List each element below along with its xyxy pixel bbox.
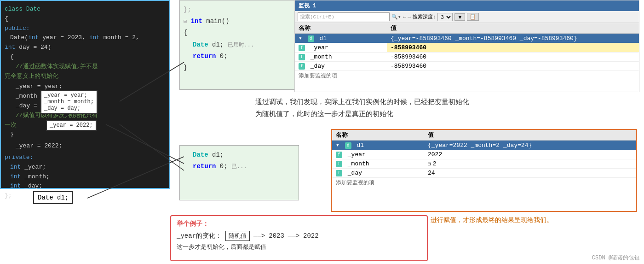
annotation-box-1: _year = year; _month = month; _day = day… <box>40 90 98 114</box>
watch2-row-d1[interactable]: ▾ d d1 {_year=2022 _month=2 _day=24} <box>332 141 636 150</box>
watch-cell-name-day: f _day <box>295 62 387 71</box>
random-badge: 随机值 <box>225 231 250 241</box>
watch-table-2: 名称 值 ▾ d d1 {_year=2022 _month=2 _day=24… <box>332 130 636 178</box>
filter-btn-1[interactable]: ▼ <box>454 13 465 21</box>
watch-cell-value-day: -858993460 <box>387 62 639 71</box>
watch2-cell-value-day: 24 <box>424 169 636 178</box>
watch2-cell-name-month: f _month <box>332 159 424 169</box>
watch-cell-name-d1: ▾ d d1 <box>295 34 387 43</box>
col-name-1: 名称 <box>295 23 387 34</box>
watch2-cell-name-d1: ▾ d d1 <box>332 141 424 150</box>
watch-row-month[interactable]: f _month -858993460 <box>295 53 639 62</box>
add-watch-1[interactable]: 添加要监视的项 <box>295 71 639 81</box>
add-watch-2[interactable]: 添加要监视的项 <box>332 178 636 188</box>
example-year-change: _year的变化： 随机值 ——> 2023 ——> 2022 <box>177 231 421 241</box>
watch-table-1: 名称 值 ▾ d d1 {_year=-858993460 _month=-85… <box>295 23 639 71</box>
watch2-row-day[interactable]: f _day 24 <box>332 169 636 178</box>
watch-cell-value-year: -858993460 <box>387 43 639 53</box>
watch-row-day[interactable]: f _day -858993460 <box>295 62 639 71</box>
col-value-2: 值 <box>424 130 636 141</box>
watch-search-box-1[interactable]: 搜索(Ctrl+E) <box>298 12 390 21</box>
watch2-row-year[interactable]: f _year 2022 <box>332 150 636 159</box>
example-subtitle: 这一步才是初始化，后面都是赋值 <box>177 243 421 251</box>
watch2-row-month[interactable]: f _month ⊟2 <box>332 159 636 169</box>
example-title: 举个例子： <box>177 220 421 228</box>
watermark: CSDN @诺诺的包包 <box>592 254 639 262</box>
watch-panel-1: 监视 1 搜索(Ctrl+E) 🔍▾ ← → 搜索深度: 3 1 2 4 5 ▼… <box>294 0 639 92</box>
watch-cell-name-month: f _month <box>295 53 387 62</box>
watch-toolbar-1: 搜索(Ctrl+E) 🔍▾ ← → 搜索深度: 3 1 2 4 5 ▼ 📋 <box>295 11 639 23</box>
mid-code-panel-2: Date d1; return 0; 已... <box>179 145 299 200</box>
date-d1-box: Date d1; <box>33 191 73 204</box>
watch-cell-value-month: -858993460 <box>387 53 639 62</box>
annotation-box-2: _year = 2022; <box>46 120 97 131</box>
copy-btn-1[interactable]: 📋 <box>467 13 479 21</box>
mid-code-panel-1: }; ⊟ int main() { Date d1; 已用时... return… <box>179 0 299 90</box>
watch-row-year[interactable]: f _year -858993460 <box>295 43 639 53</box>
watch-title-1: 监视 1 <box>295 0 639 11</box>
example-box: 举个例子： _year的变化： 随机值 ——> 2023 ——> 2022 这一… <box>170 215 428 261</box>
watch-row-d1[interactable]: ▾ d d1 {_year=-858993460 _month=-8589934… <box>295 34 639 43</box>
watch-cell-name-year: f _year <box>295 43 387 53</box>
col-value-1: 值 <box>387 23 639 34</box>
watch-panel-2: 名称 值 ▾ d d1 {_year=2022 _month=2 _day=24… <box>331 129 637 212</box>
mid-explanation-text: 通过调试，我们发现，实际上在我们实例化的时候，已经把变量初始化为随机值了，此时的… <box>255 97 472 120</box>
col-name-2: 名称 <box>332 130 424 141</box>
watch-cell-value-d1: {_year=-858993460 _month=-858993460 _day… <box>387 34 639 43</box>
watch2-cell-value-d1: {_year=2022 _month=2 _day=24} <box>424 141 636 150</box>
watch2-cell-name-year: f _year <box>332 150 424 159</box>
watch2-cell-value-month: ⊟2 <box>424 159 636 169</box>
watch2-cell-name-day: f _day <box>332 169 424 178</box>
depth-select-1[interactable]: 3 1 2 4 5 <box>437 13 453 21</box>
watch2-cell-value-year: 2022 <box>424 150 636 159</box>
